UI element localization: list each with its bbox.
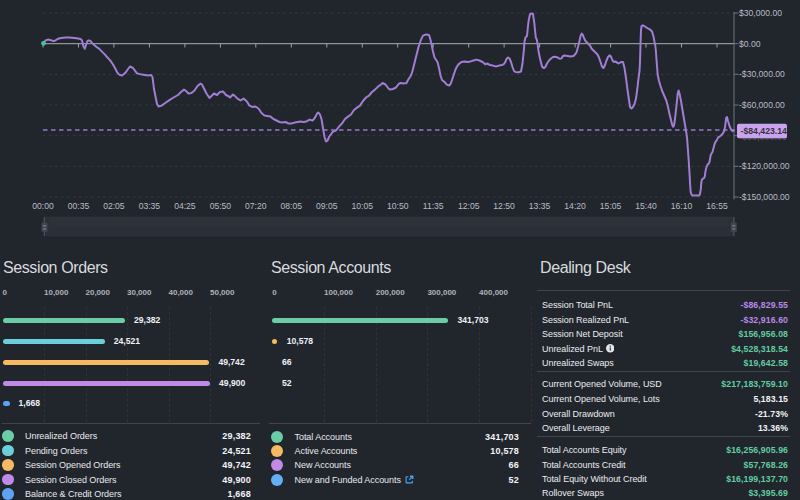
svg-text:00:35: 00:35 — [68, 201, 90, 211]
svg-text:$30,000.00: $30,000.00 — [739, 8, 782, 18]
svg-text:-$120,000.00: -$120,000.00 — [739, 161, 790, 171]
svg-text:09:05: 09:05 — [316, 201, 338, 211]
svg-text:$0.00: $0.00 — [739, 39, 761, 49]
svg-text:15:40: 15:40 — [635, 201, 657, 211]
svg-text:-$150,000.00: -$150,000.00 — [739, 192, 790, 202]
svg-text:10:50: 10:50 — [387, 201, 409, 211]
svg-text:02:05: 02:05 — [103, 201, 125, 211]
svg-text:07:20: 07:20 — [245, 201, 267, 211]
svg-text:15:05: 15:05 — [600, 201, 622, 211]
svg-text:14:20: 14:20 — [564, 201, 586, 211]
svg-text:-$84,423.14: -$84,423.14 — [741, 126, 788, 136]
svg-text:16:55: 16:55 — [706, 201, 728, 211]
svg-text:-$60,000.00: -$60,000.00 — [739, 100, 785, 110]
svg-text:00:00: 00:00 — [32, 201, 54, 211]
svg-text:16:10: 16:10 — [671, 201, 693, 211]
svg-text:05:50: 05:50 — [210, 201, 232, 211]
svg-text:03:35: 03:35 — [139, 201, 161, 211]
svg-text:13:35: 13:35 — [529, 201, 551, 211]
svg-text:12:05: 12:05 — [458, 201, 480, 211]
svg-text:12:50: 12:50 — [493, 201, 515, 211]
svg-text:04:25: 04:25 — [174, 201, 196, 211]
svg-text:10:05: 10:05 — [352, 201, 374, 211]
svg-text:08:05: 08:05 — [281, 201, 303, 211]
svg-text:-$30,000.00: -$30,000.00 — [739, 69, 785, 79]
svg-text:11:35: 11:35 — [423, 201, 444, 211]
